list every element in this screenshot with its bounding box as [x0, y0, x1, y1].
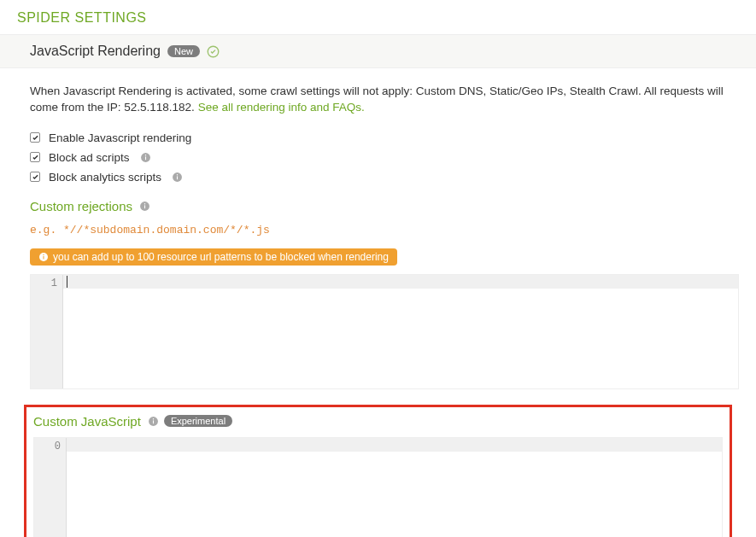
badge-new: New: [167, 45, 200, 57]
block-ads-checkbox[interactable]: [30, 152, 40, 162]
custom-js-title: Custom JavaScript Experimental: [33, 414, 723, 429]
svg-rect-2: [145, 156, 146, 160]
block-analytics-checkbox[interactable]: [30, 172, 40, 182]
line-number: 0: [34, 441, 61, 452]
description-prefix: When Javascript Rendering is activated, …: [30, 85, 724, 114]
page-title: SPIDER SETTINGS: [0, 0, 756, 34]
svg-rect-14: [153, 420, 154, 423]
custom-js-highlight: Custom JavaScript Experimental 0: [24, 405, 732, 537]
editor-body[interactable]: [67, 438, 722, 537]
custom-rejections-title: Custom rejections: [30, 199, 739, 213]
checkmark-circle-icon: [207, 45, 220, 58]
hint-badge: you can add up to 100 resource url patte…: [30, 248, 397, 266]
svg-rect-8: [144, 205, 145, 208]
custom-rejections-example: e.g. *//*subdomain.domain.com/*/*.js: [30, 224, 739, 236]
enable-js-checkbox[interactable]: [30, 132, 40, 143]
badge-experimental: Experimental: [164, 415, 232, 427]
info-icon[interactable]: [140, 152, 151, 163]
editor-body[interactable]: [63, 275, 738, 388]
description-text: When Javascript Rendering is activated, …: [30, 84, 739, 116]
svg-rect-11: [44, 256, 44, 260]
svg-rect-5: [177, 176, 178, 179]
enable-js-label: Enable Javascript rendering: [49, 131, 191, 144]
svg-point-9: [144, 203, 145, 204]
faq-link[interactable]: See all rendering info and FAQs.: [198, 101, 365, 114]
svg-point-3: [144, 155, 145, 155]
info-icon[interactable]: [139, 201, 150, 212]
info-icon[interactable]: [148, 416, 159, 427]
section-title: JavaScript Rendering: [30, 44, 161, 59]
svg-point-6: [177, 174, 178, 175]
editor-gutter: 0: [34, 438, 67, 537]
block-analytics-label: Block analytics scripts: [49, 171, 161, 184]
custom-rejections-editor[interactable]: 1: [30, 274, 739, 389]
svg-point-15: [153, 418, 154, 419]
info-icon[interactable]: [172, 172, 183, 183]
editor-gutter: 1: [31, 275, 63, 388]
block-ads-label: Block ad scripts: [49, 151, 130, 164]
section-header: JavaScript Rendering New: [0, 34, 756, 68]
custom-js-editor[interactable]: 0: [33, 437, 723, 537]
svg-point-12: [43, 254, 44, 255]
line-number: 1: [31, 277, 57, 289]
